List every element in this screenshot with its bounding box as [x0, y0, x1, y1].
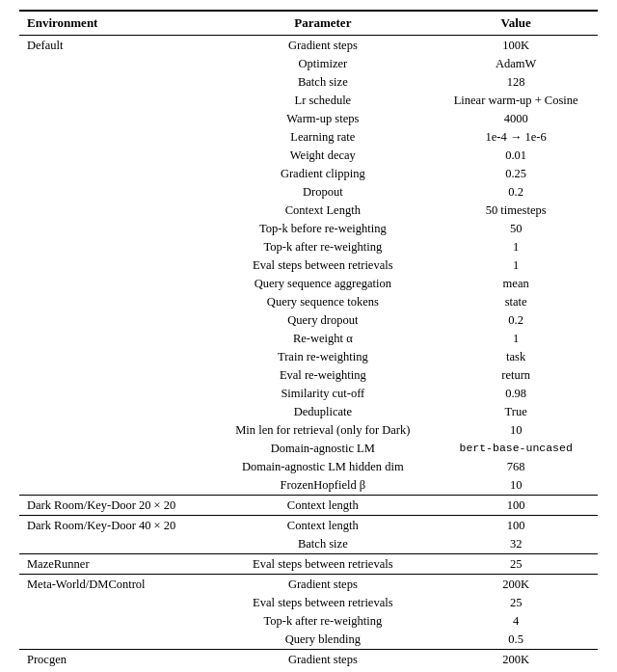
value-cell: 1: [434, 238, 598, 256]
param-cell: FrozenHopfield β: [211, 476, 434, 496]
value-cell: 0.25: [434, 165, 598, 183]
param-cell: Learning rate: [211, 128, 434, 147]
param-cell: Domain-agnostic LM hidden dim: [211, 458, 434, 476]
param-cell: Similarity cut-off: [211, 385, 434, 403]
value-cell: task: [434, 348, 598, 366]
value-cell: state: [434, 293, 598, 311]
env-cell: [19, 55, 211, 73]
param-cell: Query dropout: [211, 311, 434, 330]
value-cell: 1e-4 → 1e-6: [434, 128, 598, 147]
value-cell: 0.2: [434, 183, 598, 202]
env-cell: [19, 311, 211, 330]
param-cell: Gradient steps: [211, 575, 434, 595]
env-cell: Default: [19, 36, 211, 56]
value-cell: 100: [434, 496, 598, 516]
param-cell: Train re-weighting: [211, 348, 434, 366]
value-cell: 4: [434, 612, 598, 631]
param-cell: Query sequence aggregation: [211, 275, 434, 293]
value-cell: 1: [434, 256, 598, 275]
env-cell: [19, 421, 211, 440]
env-cell: [19, 330, 211, 348]
value-cell: 50: [434, 220, 598, 238]
env-cell: [19, 366, 211, 385]
param-cell: Weight decay: [211, 147, 434, 165]
value-cell: 128: [434, 73, 598, 92]
value-cell: 100: [434, 516, 598, 536]
value-cell: 32: [434, 535, 598, 554]
env-cell: [19, 631, 211, 650]
env-cell: [19, 348, 211, 366]
param-cell: Context length: [211, 516, 434, 536]
env-cell: [19, 147, 211, 165]
param-cell: Domain-agnostic LM: [211, 440, 434, 458]
env-cell: [19, 594, 211, 612]
env-cell: [19, 293, 211, 311]
value-cell: 4000: [434, 110, 598, 128]
value-cell: 1: [434, 330, 598, 348]
param-cell: Batch size: [211, 73, 434, 92]
param-cell: Re-weight α: [211, 330, 434, 348]
param-cell: Eval steps between retrievals: [211, 594, 434, 612]
value-cell: 0.01: [434, 147, 598, 165]
env-cell: [19, 73, 211, 92]
env-cell: [19, 275, 211, 293]
param-cell: Context Length: [211, 202, 434, 220]
param-cell: Warm-up steps: [211, 110, 434, 128]
param-cell: Query sequence tokens: [211, 293, 434, 311]
env-cell: [19, 440, 211, 458]
value-cell: 25: [434, 594, 598, 612]
value-cell: 10: [434, 476, 598, 496]
param-cell: Gradient steps: [211, 650, 434, 670]
param-cell: Deduplicate: [211, 403, 434, 421]
param-cell: Dropout: [211, 183, 434, 202]
value-cell: True: [434, 403, 598, 421]
param-cell: Batch size: [211, 535, 434, 554]
value-cell: 200K: [434, 575, 598, 595]
env-cell: [19, 110, 211, 128]
param-cell: Eval steps between retrievals: [211, 256, 434, 275]
env-cell: [19, 476, 211, 496]
env-cell: [19, 165, 211, 183]
value-cell: return: [434, 366, 598, 385]
value-cell: 100K: [434, 36, 598, 56]
param-cell: Gradient steps: [211, 36, 434, 56]
param-cell: Optimizer: [211, 55, 434, 73]
param-cell: Gradient clipping: [211, 165, 434, 183]
env-cell: [19, 238, 211, 256]
env-cell: [19, 183, 211, 202]
header-parameter: Parameter: [211, 11, 434, 36]
env-cell: [19, 202, 211, 220]
param-cell: Top-k after re-weighting: [211, 612, 434, 631]
value-cell: 200K: [434, 650, 598, 670]
header-value: Value: [434, 11, 598, 36]
value-cell: 10: [434, 421, 598, 440]
env-cell: [19, 385, 211, 403]
param-cell: Eval steps between retrievals: [211, 554, 434, 575]
header-environment: Environment: [19, 11, 211, 36]
env-cell: [19, 256, 211, 275]
env-cell: [19, 612, 211, 631]
value-cell: 0.98: [434, 385, 598, 403]
env-cell: [19, 458, 211, 476]
param-cell: Top-k after re-weighting: [211, 238, 434, 256]
env-cell: MazeRunner: [19, 554, 211, 575]
env-cell: Dark Room/Key-Door 40 × 20: [19, 516, 211, 536]
env-cell: [19, 220, 211, 238]
env-cell: [19, 403, 211, 421]
value-cell: bert-base-uncased: [434, 440, 598, 458]
param-cell: Min len for retrieval (only for Dark): [211, 421, 434, 440]
param-cell: Query blending: [211, 631, 434, 650]
env-cell: Meta-World/DMControl: [19, 575, 211, 595]
value-cell: 50 timesteps: [434, 202, 598, 220]
param-cell: Eval re-weighting: [211, 366, 434, 385]
param-cell: Context length: [211, 496, 434, 516]
env-cell: [19, 92, 211, 110]
value-cell: 768: [434, 458, 598, 476]
value-cell: AdamW: [434, 55, 598, 73]
param-cell: Lr schedule: [211, 92, 434, 110]
env-cell: Dark Room/Key-Door 20 × 20: [19, 496, 211, 516]
env-cell: Procgen: [19, 650, 211, 670]
value-cell: 0.2: [434, 311, 598, 330]
value-cell: mean: [434, 275, 598, 293]
value-cell: 0.5: [434, 631, 598, 650]
